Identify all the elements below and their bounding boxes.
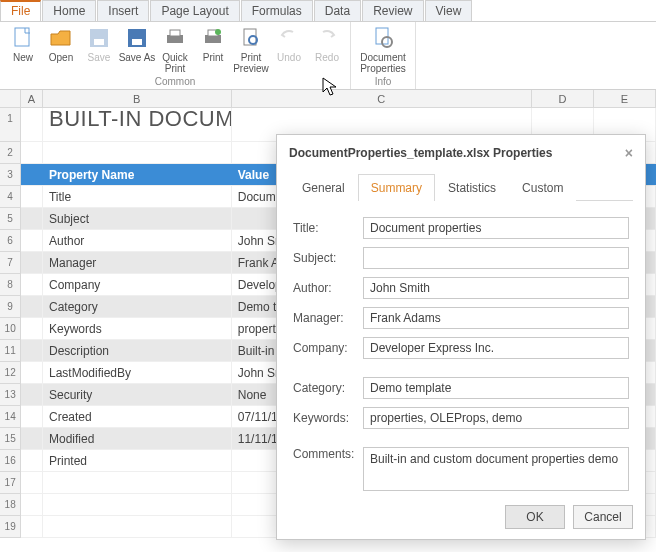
tab-insert[interactable]: Insert <box>97 0 149 21</box>
col-header-c[interactable]: C <box>232 90 532 107</box>
cell[interactable]: Security <box>43 384 232 406</box>
subject-field[interactable] <box>363 247 629 269</box>
col-header-d[interactable]: D <box>532 90 594 107</box>
undo-button[interactable]: Undo <box>270 24 308 75</box>
open-button[interactable]: Open <box>42 24 80 75</box>
cell[interactable]: Author <box>43 230 232 252</box>
cell[interactable] <box>21 318 43 340</box>
cell[interactable]: Manager <box>43 252 232 274</box>
svg-rect-0 <box>15 28 29 46</box>
row-header[interactable]: 9 <box>0 296 21 318</box>
print-preview-button[interactable]: Print Preview <box>232 24 270 75</box>
cell[interactable] <box>21 230 43 252</box>
cell[interactable]: Company <box>43 274 232 296</box>
tab-view[interactable]: View <box>425 0 473 21</box>
row-header[interactable]: 11 <box>0 340 21 362</box>
print-button[interactable]: Print <box>194 24 232 75</box>
save-button[interactable]: Save <box>80 24 118 75</box>
row-header[interactable]: 3 <box>0 164 21 186</box>
svg-point-9 <box>215 29 221 35</box>
cell[interactable] <box>21 384 43 406</box>
tab-page-layout[interactable]: Page Layout <box>150 0 239 21</box>
cell[interactable] <box>21 274 43 296</box>
dialog-tab-general[interactable]: General <box>289 174 358 201</box>
save-as-button[interactable]: Save As <box>118 24 156 75</box>
document-properties-button[interactable]: Document Properties <box>355 24 411 75</box>
row-header[interactable]: 6 <box>0 230 21 252</box>
col-header-b[interactable]: B <box>43 90 232 107</box>
title-label: Title: <box>293 221 363 235</box>
row-header[interactable]: 15 <box>0 428 21 450</box>
new-button[interactable]: New <box>4 24 42 75</box>
row-header[interactable]: 14 <box>0 406 21 428</box>
row-header[interactable]: 4 <box>0 186 21 208</box>
ok-button[interactable]: OK <box>505 505 565 529</box>
cell[interactable] <box>21 208 43 230</box>
dialog-tab-summary[interactable]: Summary <box>358 174 435 201</box>
row-header[interactable]: 2 <box>0 142 21 164</box>
cell[interactable] <box>21 186 43 208</box>
col-header-a[interactable]: A <box>21 90 42 107</box>
cell[interactable]: Printed <box>43 450 232 472</box>
svg-rect-4 <box>132 39 142 45</box>
cell[interactable]: LastModifiedBy <box>43 362 232 384</box>
cell[interactable]: Description <box>43 340 232 362</box>
col-header-e[interactable]: E <box>594 90 656 107</box>
cell[interactable] <box>43 516 232 538</box>
group-label-common: Common <box>4 75 346 89</box>
cell[interactable] <box>43 472 232 494</box>
cell[interactable] <box>43 142 232 164</box>
author-field[interactable] <box>363 277 629 299</box>
category-field[interactable] <box>363 377 629 399</box>
cell[interactable] <box>21 362 43 384</box>
tab-review[interactable]: Review <box>362 0 423 21</box>
cell[interactable] <box>21 450 43 472</box>
row-header[interactable]: 19 <box>0 516 21 538</box>
cell[interactable]: Title <box>43 186 232 208</box>
col-header-corner[interactable] <box>0 90 21 107</box>
manager-field[interactable] <box>363 307 629 329</box>
row-header[interactable]: 5 <box>0 208 21 230</box>
company-field[interactable] <box>363 337 629 359</box>
cell[interactable] <box>21 516 43 538</box>
save-icon <box>87 26 111 50</box>
close-icon[interactable]: × <box>625 145 633 161</box>
dialog-tab-statistics[interactable]: Statistics <box>435 174 509 201</box>
cell[interactable] <box>21 472 43 494</box>
row-header[interactable]: 16 <box>0 450 21 472</box>
cell[interactable] <box>21 428 43 450</box>
row-header[interactable]: 1 <box>0 108 21 142</box>
quick-print-button[interactable]: Quick Print <box>156 24 194 75</box>
cell[interactable] <box>43 494 232 516</box>
cell[interactable] <box>21 142 43 164</box>
comments-field[interactable] <box>363 447 629 491</box>
row-header[interactable]: 7 <box>0 252 21 274</box>
row-header[interactable]: 13 <box>0 384 21 406</box>
cell[interactable] <box>21 406 43 428</box>
cell[interactable]: Keywords <box>43 318 232 340</box>
tab-home[interactable]: Home <box>42 0 96 21</box>
tab-formulas[interactable]: Formulas <box>241 0 313 21</box>
keywords-field[interactable] <box>363 407 629 429</box>
cell[interactable]: Subject <box>43 208 232 230</box>
tab-file[interactable]: File <box>0 0 41 21</box>
row-header[interactable]: 10 <box>0 318 21 340</box>
cell[interactable] <box>21 296 43 318</box>
tab-data[interactable]: Data <box>314 0 361 21</box>
row-header[interactable]: 8 <box>0 274 21 296</box>
row-header[interactable]: 17 <box>0 472 21 494</box>
dialog-tab-custom[interactable]: Custom <box>509 174 576 201</box>
cell[interactable]: BUILT-IN DOCUMENT PROPERTIES <box>43 108 232 142</box>
cell[interactable] <box>21 340 43 362</box>
cancel-button[interactable]: Cancel <box>573 505 633 529</box>
cell[interactable] <box>21 494 43 516</box>
cell[interactable]: Created <box>43 406 232 428</box>
row-header[interactable]: 18 <box>0 494 21 516</box>
redo-button[interactable]: Redo <box>308 24 346 75</box>
title-field[interactable] <box>363 217 629 239</box>
cell[interactable]: Category <box>43 296 232 318</box>
row-header[interactable]: 12 <box>0 362 21 384</box>
cell[interactable]: Modified <box>43 428 232 450</box>
cell[interactable] <box>21 108 43 142</box>
cell[interactable] <box>21 252 43 274</box>
